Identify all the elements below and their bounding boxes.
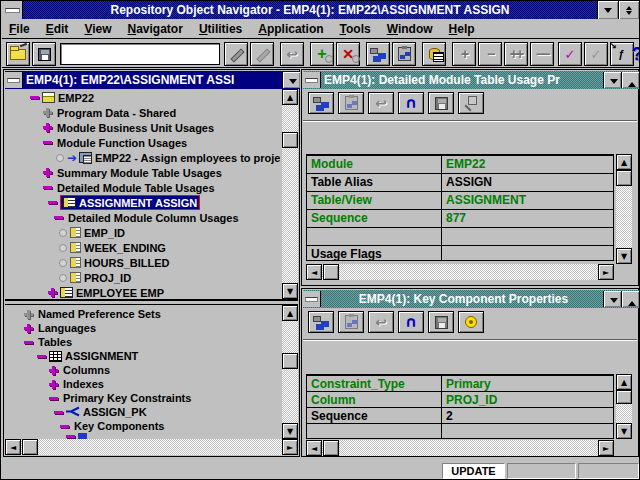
tree-item-emp22-function[interactable]: ➔ EMP22 - Assign employees to proje xyxy=(4,150,280,165)
undo-button[interactable]: ↩ xyxy=(280,42,304,66)
scroll-right-button[interactable]: ► xyxy=(598,440,614,456)
property-value[interactable]: Primary xyxy=(442,376,613,391)
save-button[interactable] xyxy=(428,311,454,333)
scroll-down-button[interactable]: ▼ xyxy=(282,283,298,299)
property-value[interactable] xyxy=(442,424,613,439)
tree-item-emp22[interactable]: EMP22 xyxy=(4,90,280,105)
tree-item-assignment-assign[interactable]: ASSIGNMENT ASSIGN xyxy=(4,195,280,210)
delete-object-button[interactable]: ✕ xyxy=(336,42,360,66)
scroll-thumb[interactable] xyxy=(323,264,339,280)
tree-item-assignment-table[interactable]: ASSIGNMENT xyxy=(4,349,280,363)
menu-window[interactable]: Window xyxy=(387,21,433,38)
property-value[interactable]: PROJ_ID xyxy=(442,392,613,407)
pin-button-active[interactable] xyxy=(458,311,484,333)
tree-item-proj-id[interactable]: PROJ_ID xyxy=(4,270,280,285)
scroll-up-button[interactable]: ▲ xyxy=(616,374,632,390)
scroll-right-button[interactable]: ► xyxy=(282,439,298,455)
navigate-button[interactable] xyxy=(308,92,334,114)
menu-edit[interactable]: Edit xyxy=(46,21,69,38)
scroll-left-button[interactable]: ◄ xyxy=(306,264,322,280)
tree-item-named-preference-sets[interactable]: Named Preference Sets xyxy=(4,307,280,321)
collapse-glyph[interactable] xyxy=(54,216,63,219)
property-value[interactable] xyxy=(442,246,613,261)
scroll-left-button[interactable]: ◄ xyxy=(5,439,21,455)
requery-button[interactable] xyxy=(366,42,390,66)
tree-item-hours-billed[interactable]: HOURS_BILLED xyxy=(4,255,280,270)
copy-object-button[interactable] xyxy=(392,42,416,66)
menu-navigator[interactable]: Navigator xyxy=(128,21,183,38)
property-value[interactable]: ASSIGN xyxy=(442,174,613,191)
tree-top-vscrollbar[interactable]: ▲ ▼ xyxy=(282,89,298,299)
navigate-button[interactable] xyxy=(308,311,334,333)
scroll-up-button[interactable]: ▲ xyxy=(282,305,298,321)
intersect-button[interactable]: ∩ xyxy=(398,311,424,333)
scroll-down-button[interactable]: ▼ xyxy=(616,248,632,264)
property-value[interactable]: 2 xyxy=(442,408,613,423)
collapse-all-button[interactable]: −− xyxy=(530,42,554,66)
table-usage-vscrollbar[interactable]: ▲ ▼ xyxy=(616,154,632,264)
key-component-maximize-button[interactable] xyxy=(621,291,639,307)
expand-glyph[interactable] xyxy=(49,366,58,375)
expand-glyph[interactable] xyxy=(43,108,52,117)
collapse-glyph[interactable] xyxy=(60,425,69,428)
property-value[interactable]: EMP22 xyxy=(442,156,613,173)
collapse-glyph[interactable] xyxy=(49,397,58,400)
scroll-thumb[interactable] xyxy=(282,353,298,369)
save-button[interactable] xyxy=(428,92,454,114)
scroll-thumb[interactable] xyxy=(323,440,339,456)
tool-create-secondary-button[interactable] xyxy=(250,42,274,66)
tree-item-tables[interactable]: Tables xyxy=(4,335,280,349)
mark-button[interactable]: ✓ xyxy=(558,42,582,66)
expand-glyph[interactable] xyxy=(49,380,58,389)
navigator-minimize-button[interactable] xyxy=(282,72,300,88)
tree-item-week-ending[interactable]: WEEK_ENDING xyxy=(4,240,280,255)
key-component-system-menu[interactable] xyxy=(303,291,321,307)
property-value[interactable] xyxy=(442,228,613,245)
collapse-glyph[interactable] xyxy=(24,341,33,344)
menu-application[interactable]: Application xyxy=(258,21,323,38)
scroll-thumb[interactable] xyxy=(22,439,38,455)
filter-input[interactable] xyxy=(60,43,220,65)
menu-file[interactable]: File xyxy=(9,21,30,38)
scroll-up-button[interactable]: ▲ xyxy=(282,89,298,105)
tree-item-primary-key-constraints[interactable]: Primary Key Constraints xyxy=(4,391,280,405)
key-component-hscrollbar[interactable]: ◄ ► xyxy=(306,440,614,456)
intersect-button[interactable]: ∩ xyxy=(398,92,424,114)
scroll-down-button[interactable]: ▼ xyxy=(282,423,298,439)
collapse-glyph[interactable] xyxy=(54,411,63,414)
table-usage-minimize-button[interactable] xyxy=(603,72,621,88)
collapse-glyph[interactable] xyxy=(30,96,39,99)
tree-bottom-vscrollbar[interactable]: ▲ ▼ xyxy=(282,305,298,439)
collapse-glyph[interactable] xyxy=(43,186,52,189)
collapse-button[interactable]: − xyxy=(478,42,502,66)
pin-button[interactable] xyxy=(458,92,484,114)
unmark-button[interactable]: ✓ xyxy=(584,42,608,66)
scroll-up-button[interactable]: ▲ xyxy=(616,154,632,170)
scroll-down-button[interactable]: ▼ xyxy=(616,423,632,439)
expand-all-button[interactable]: ++ xyxy=(504,42,528,66)
key-component-minimize-button[interactable] xyxy=(603,291,621,307)
menu-help[interactable]: Help xyxy=(449,21,475,38)
table-usage-system-menu[interactable] xyxy=(303,72,321,88)
tree-item-detailed-module-column-usages[interactable]: Detailed Module Column Usages xyxy=(4,210,280,225)
menu-tools[interactable]: Tools xyxy=(340,21,371,38)
tree-item-languages[interactable]: Languages xyxy=(4,321,280,335)
minimize-button[interactable] xyxy=(597,1,618,19)
scroll-thumb[interactable] xyxy=(616,170,632,186)
expand-glyph[interactable] xyxy=(48,288,57,297)
collapse-glyph[interactable] xyxy=(37,355,46,358)
scroll-thumb[interactable] xyxy=(282,132,298,148)
table-usage-hscrollbar[interactable]: ◄ ► xyxy=(306,264,614,280)
copy-properties-button[interactable] xyxy=(338,311,364,333)
expand-glyph[interactable] xyxy=(43,168,52,177)
collapse-glyph[interactable] xyxy=(43,141,52,144)
tree-item-module-business-unit-usages[interactable]: Module Business Unit Usages xyxy=(4,120,280,135)
copy-properties-button[interactable] xyxy=(338,92,364,114)
save-button[interactable] xyxy=(32,42,56,66)
expand-glyph[interactable] xyxy=(24,310,33,319)
scroll-thumb[interactable] xyxy=(616,390,632,404)
repository-reports-button[interactable] xyxy=(422,42,446,66)
table-usage-maximize-button[interactable] xyxy=(621,72,639,88)
tree-splitter[interactable] xyxy=(5,299,298,305)
scroll-left-button[interactable]: ◄ xyxy=(306,440,322,456)
